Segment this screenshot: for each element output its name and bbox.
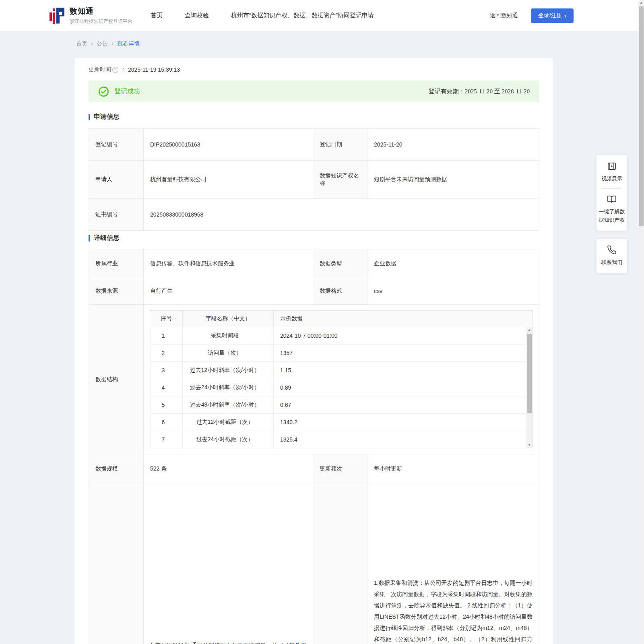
reg-no-label: 登记编号: [89, 129, 144, 161]
breadcrumb-view-detail: 查看详情: [117, 40, 140, 47]
update-time-label: 更新时间: [89, 66, 111, 73]
breadcrumb-separator-icon: >: [111, 41, 114, 47]
table-row: 数据结构 序号 字段名称（中文） 示例数据 1采集时间段2024-10-7 00…: [89, 305, 539, 454]
table-row: 所属行业 信息传输、软件和信息技术服务业 数据类型 企业数据: [89, 250, 539, 277]
ip-name-label: 数据知识产权名称: [313, 161, 367, 199]
data-type-label: 数据类型: [313, 250, 367, 277]
contact-widget[interactable]: 联系我们: [597, 239, 627, 273]
scrollbar-thumb[interactable]: [527, 334, 532, 413]
scroll-down-icon[interactable]: ▼: [526, 442, 533, 448]
industry-value: 信息传输、软件和信息技术服务业: [144, 250, 313, 277]
site-title: 数知通: [70, 6, 132, 17]
validity-period: 登记有效期：2025-11-20 至 2028-11-20: [429, 88, 530, 95]
structure-sample-cell: 1325.4: [274, 431, 533, 448]
ip-name-value: 短剧平台未来访问量预测数据: [367, 161, 539, 199]
applicant-value: 杭州首量科技有限公司: [144, 161, 313, 199]
structure-row: 4过去24小时斜率（次/小时）0.89: [151, 379, 533, 396]
logo-icon: [50, 7, 66, 25]
structure-index-cell: 5: [151, 396, 183, 413]
applicant-label: 申请人: [89, 161, 144, 199]
section-title: 详细信息: [94, 234, 120, 242]
nav-query-verify[interactable]: 查询校验: [185, 12, 209, 19]
help-icon[interactable]: ?: [112, 67, 118, 73]
algorithm-value: 1.数据采集和清洗：从公司开发的短剧平台日志中，每隔一小时采集一次访问量数据，字…: [367, 483, 539, 644]
scale-label: 数据规模: [89, 454, 144, 483]
application-info-table: 登记编号 DIP2025000015163 登记日期 2025-11-20 申请…: [89, 128, 539, 231]
breadcrumb: 首页 > 公告 > 查看详情: [76, 40, 140, 47]
algorithm-label: 算法规则简要说明: [313, 483, 367, 644]
section-accent-bar: [89, 114, 90, 120]
structure-field-cell: 访问量（次）: [183, 344, 274, 361]
structure-index-cell: 1: [151, 327, 183, 344]
section-detail-info: 详细信息: [89, 234, 539, 242]
scenario-value: 1.产品研发规划:通过预测短剧平台未来访问量，公司可科学规划技术架构升级路线，合…: [144, 483, 313, 644]
nav-home[interactable]: 首页: [151, 12, 163, 19]
scenario-label: 应用场景: [89, 483, 144, 644]
status-badge: 登记成功: [114, 87, 140, 96]
book-icon: [607, 194, 617, 204]
data-structure-table-container: 序号 字段名称（中文） 示例数据 1采集时间段2024-10-7 00:00-0…: [150, 310, 533, 448]
floating-widget-panel: 视频展示 一键了解数据知识产权: [597, 155, 627, 231]
source-value: 自行产生: [144, 277, 313, 305]
table-row: 登记编号 DIP2025000015163 登记日期 2025-11-20: [89, 129, 539, 161]
structure-index-cell: 3: [151, 361, 183, 379]
login-register-button[interactable]: 登录/注册 ›: [531, 8, 574, 23]
detail-info-table: 所属行业 信息传输、软件和信息技术服务业 数据类型 企业数据 数据来源 自行产生…: [89, 250, 539, 644]
structure-table-body: 1采集时间段2024-10-7 00:00-01:002访问量（次）13573过…: [151, 327, 533, 448]
structure-sample-cell: 0.67: [274, 396, 533, 413]
industry-label: 所属行业: [89, 250, 144, 277]
col-index: 序号: [151, 311, 183, 327]
nav-hangzhou-joint-registration[interactable]: 杭州市“数据知识产权、数据、数据资产”协同登记申请: [231, 12, 374, 19]
frequency-value: 每小时更新: [367, 454, 539, 483]
structure-row: 7过去24小时截距（次）1325.4: [151, 431, 533, 448]
check-circle-icon: [98, 86, 109, 97]
structure-index-cell: 4: [151, 379, 183, 396]
page-scrollbar[interactable]: ▲: [638, 0, 644, 644]
video-demo-button[interactable]: 视频展示: [598, 161, 625, 183]
breadcrumb-separator-icon: >: [91, 41, 93, 47]
detail-card: 更新时间 ? ： 2025-11-19 15:39:13 登记成功 登记有效期：…: [75, 58, 553, 644]
scale-value: 522 条: [144, 454, 313, 483]
structure-row: 1采集时间段2024-10-7 00:00-01:00: [151, 327, 533, 344]
data-type-value: 企业数据: [367, 250, 539, 277]
structure-field-cell: 过去12小时截距（次）: [183, 413, 274, 431]
logo[interactable]: 数知通 浙江省数据知识产权登记平台: [50, 6, 132, 25]
scroll-up-icon[interactable]: ▲: [526, 327, 533, 333]
main-nav: 首页 查询校验 杭州市“数据知识产权、数据、数据资产”协同登记申请: [151, 12, 374, 19]
inner-scrollbar[interactable]: ▲ ▼: [526, 327, 533, 448]
source-label: 数据来源: [89, 277, 144, 305]
divider: [602, 188, 621, 189]
structure-index-cell: 7: [151, 431, 183, 448]
top-navigation-bar: 数知通 浙江省数据知识产权登记平台 首页 查询校验 杭州市“数据知识产权、数据、…: [0, 0, 644, 31]
breadcrumb-home[interactable]: 首页: [76, 40, 87, 47]
structure-field-cell: 过去12小时斜率（次/小时）: [183, 361, 274, 379]
registration-success-banner: 登记成功 登记有效期：2025-11-20 至 2028-11-20: [89, 80, 539, 102]
structure-field-cell: 过去24小时截距（次）: [183, 431, 274, 448]
reg-no-value: DIP2025000015163: [144, 129, 313, 161]
structure-header-row: 序号 字段名称（中文） 示例数据: [151, 311, 533, 327]
frequency-label: 更新频次: [313, 454, 367, 483]
col-field-name: 字段名称（中文）: [183, 311, 274, 327]
data-structure-table: 序号 字段名称（中文） 示例数据 1采集时间段2024-10-7 00:00-0…: [150, 311, 533, 448]
cert-no-label: 证书编号: [89, 199, 144, 231]
table-row: 数据来源 自行产生 数据格式 csv: [89, 277, 539, 305]
scroll-up-icon[interactable]: ▲: [638, 1, 644, 4]
structure-sample-cell: 2024-10-7 00:00-01:00: [274, 327, 533, 344]
breadcrumb-announcement[interactable]: 公告: [97, 40, 108, 47]
back-to-shuzhitong-link[interactable]: 返回数知通: [490, 12, 518, 19]
update-time-row: 更新时间 ? ： 2025-11-19 15:39:13: [89, 66, 539, 73]
structure-index-cell: 2: [151, 344, 183, 361]
learn-data-ip-button[interactable]: 一键了解数据知识产权: [598, 194, 625, 224]
structure-row: 6过去12小时截距（次）1340.2: [151, 413, 533, 431]
structure-sample-cell: 1340.2: [274, 413, 533, 431]
video-icon: [607, 161, 617, 171]
table-row: 申请人 杭州首量科技有限公司 数据知识产权名称 短剧平台未来访问量预测数据: [89, 161, 539, 199]
update-time-value: 2025-11-19 15:39:13: [128, 66, 180, 73]
section-application-info: 申请信息: [89, 113, 539, 121]
site-subtitle: 浙江省数据知识产权登记平台: [70, 18, 132, 25]
update-time-colon: ：: [121, 66, 126, 73]
scrollbar-thumb[interactable]: [639, 6, 644, 226]
table-row: 证书编号 20250833000018968: [89, 199, 539, 231]
col-sample-data: 示例数据: [274, 311, 533, 327]
reg-date-value: 2025-11-20: [367, 129, 539, 161]
